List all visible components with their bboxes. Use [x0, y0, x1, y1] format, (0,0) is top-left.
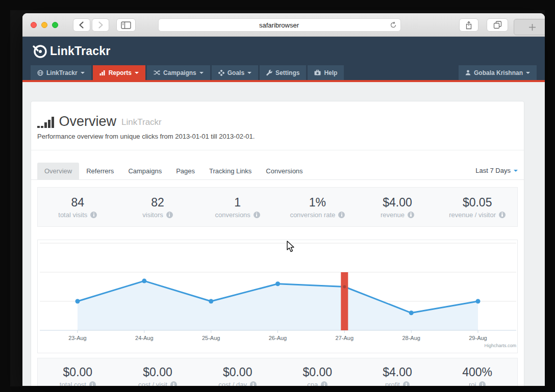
- chevron-down-icon: [199, 72, 204, 74]
- tab-overview[interactable]: Overview: [37, 163, 79, 179]
- tab-overview-button[interactable]: [487, 18, 508, 32]
- stat-profit: $4.00 profit: [358, 365, 438, 386]
- stat-value: $0.00: [118, 365, 198, 379]
- minimize-window-button[interactable]: [41, 22, 47, 28]
- stat-value: 1: [197, 196, 278, 210]
- visits-line-chart[interactable]: 23-Aug24-Aug25-Aug26-Aug27-Aug28-Aug29-A…: [38, 240, 518, 353]
- stat-label: revenue: [381, 211, 405, 219]
- user-menu[interactable]: Gobala Krishnan: [459, 65, 537, 80]
- stat-label: total visits: [58, 211, 87, 219]
- chevron-left-icon: [78, 21, 85, 29]
- chevron-down-icon: [514, 170, 518, 172]
- stat-cost-per-visit: $0.00 cost / visit: [118, 365, 198, 386]
- nav-item-linktrackr[interactable]: LinkTrackr: [31, 65, 91, 80]
- stat-revenue: $4.00 revenue: [358, 196, 438, 219]
- tab-referrers[interactable]: Referrers: [79, 163, 121, 179]
- user-name: Gobala Krishnan: [474, 69, 523, 76]
- svg-text:23-Aug: 23-Aug: [68, 335, 86, 341]
- globe-icon: [37, 70, 43, 76]
- forward-button[interactable]: [92, 18, 109, 32]
- nav-item-help[interactable]: Help: [308, 65, 344, 80]
- stat-label: conversion rate: [290, 211, 335, 219]
- stats-row-bottom: $0.00 total cost $0.00 cost / visit $0.0…: [37, 358, 518, 386]
- stat-value: $0.00: [197, 365, 278, 379]
- shuffle-icon: [154, 70, 160, 75]
- info-icon[interactable]: [499, 212, 506, 218]
- date-range-picker[interactable]: Last 7 Days: [475, 167, 518, 179]
- chevron-down-icon: [526, 72, 530, 74]
- stat-label: revenue / visitor: [449, 211, 496, 219]
- stat-value: 1%: [278, 196, 358, 210]
- info-icon[interactable]: [403, 381, 410, 386]
- stat-cpa: $0.00 cpa: [278, 365, 358, 386]
- user-icon: [465, 70, 471, 75]
- info-icon[interactable]: [479, 381, 486, 386]
- stat-value: $0.00: [38, 365, 118, 379]
- nav-item-settings[interactable]: Settings: [260, 65, 306, 80]
- card-header: Overview LinkTrackr Performance overview…: [31, 101, 524, 150]
- stat-value: 84: [38, 196, 118, 210]
- info-icon[interactable]: [166, 212, 173, 218]
- linktrackr-logo[interactable]: LinkTrackr: [32, 43, 110, 59]
- nav-item-label: Help: [324, 69, 337, 76]
- close-window-button[interactable]: [31, 22, 37, 28]
- stat-label: total cost: [60, 381, 86, 386]
- browser-titlebar: safaribrowser: [22, 13, 545, 37]
- share-icon: [465, 21, 472, 30]
- info-icon[interactable]: [408, 212, 414, 218]
- stat-label: profit: [385, 381, 400, 386]
- info-icon[interactable]: [254, 212, 260, 218]
- date-range-label: Last 7 Days: [475, 167, 511, 174]
- tabs-icon: [493, 21, 502, 29]
- report-tabs: Overview Referrers Campaigns Pages Track…: [31, 150, 524, 180]
- back-button[interactable]: [73, 18, 90, 32]
- stat-revenue-per-visitor: $0.05 revenue / visitor: [437, 196, 517, 219]
- share-button[interactable]: [459, 18, 478, 32]
- nav-item-goals[interactable]: Goals: [212, 65, 258, 80]
- tab-campaigns[interactable]: Campaigns: [121, 163, 169, 179]
- stat-label: cost / visit: [138, 381, 167, 386]
- brand-name: LinkTrackr: [50, 44, 110, 58]
- stat-value: $4.00: [358, 196, 438, 210]
- stat-value: $4.00: [358, 365, 438, 379]
- stat-cost-per-day: $0.00 cost / day: [197, 365, 278, 386]
- tab-tracking-links[interactable]: Tracking Links: [202, 163, 259, 179]
- info-icon[interactable]: [90, 212, 97, 218]
- stat-value: $0.00: [278, 365, 358, 379]
- info-icon[interactable]: [321, 381, 327, 386]
- page-title: Overview: [59, 115, 117, 128]
- stat-conversion-rate: 1% conversion rate: [278, 196, 358, 219]
- new-tab-button[interactable]: [514, 19, 545, 35]
- wrench-icon: [266, 70, 272, 76]
- chevron-down-icon: [135, 72, 139, 74]
- tab-conversions[interactable]: Conversions: [259, 163, 310, 179]
- nav-item-label: Reports: [109, 69, 132, 76]
- diamonds-icon: [218, 70, 224, 76]
- stat-total-cost: $0.00 total cost: [38, 365, 118, 386]
- svg-text:26-Aug: 26-Aug: [269, 335, 287, 341]
- svg-text:29-Aug: 29-Aug: [469, 335, 487, 341]
- reload-button[interactable]: [387, 21, 399, 29]
- svg-text:25-Aug: 25-Aug: [202, 335, 220, 341]
- info-icon[interactable]: [338, 212, 345, 218]
- chevron-right-icon: [97, 21, 104, 29]
- page-title-suffix: LinkTrackr: [121, 117, 162, 128]
- info-icon[interactable]: [170, 381, 177, 386]
- nav-item-reports[interactable]: Reports: [93, 65, 145, 80]
- svg-text:Highcharts.com: Highcharts.com: [484, 343, 516, 348]
- stat-visitors: 82 visitors: [118, 196, 198, 219]
- zoom-window-button[interactable]: [52, 22, 58, 28]
- tab-pages[interactable]: Pages: [169, 163, 202, 179]
- app-navbar: LinkTrackr Reports Campaigns: [22, 65, 545, 80]
- address-bar[interactable]: safaribrowser: [158, 18, 401, 32]
- stat-value: 82: [118, 196, 198, 210]
- info-icon[interactable]: [89, 381, 96, 386]
- info-icon[interactable]: [250, 381, 257, 386]
- stat-label: roi: [469, 381, 476, 386]
- stat-label: cost / day: [218, 381, 247, 386]
- nav-item-campaigns[interactable]: Campaigns: [147, 65, 210, 80]
- stat-value: 400%: [437, 365, 517, 379]
- linktrackr-logo-icon: [32, 43, 48, 59]
- sidebar-button[interactable]: [116, 18, 136, 32]
- page-subtitle: Performance overview from unique clicks …: [37, 133, 518, 140]
